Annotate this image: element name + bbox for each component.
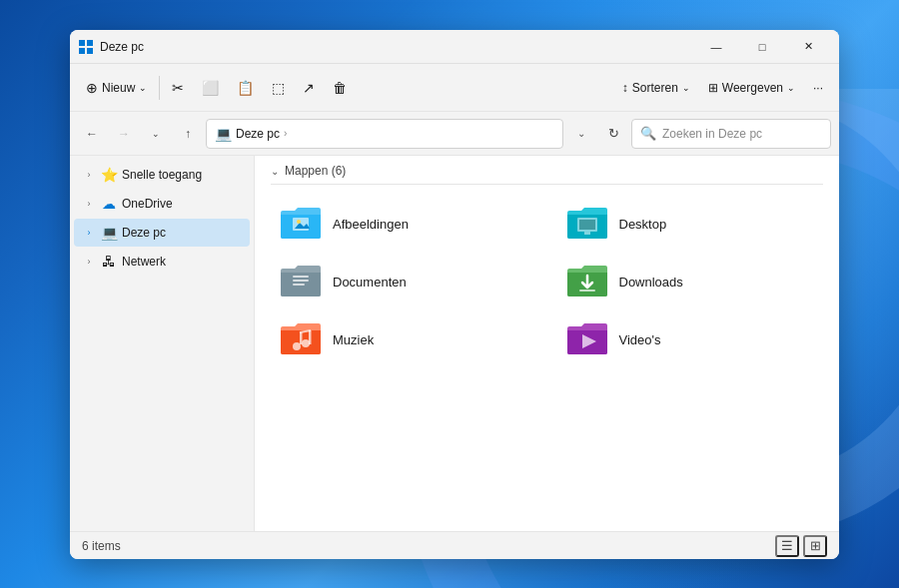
minimize-button[interactable]: — <box>693 30 739 64</box>
copy-icon: ⬜ <box>202 80 219 96</box>
folder-item-downloads[interactable]: Downloads <box>557 255 824 308</box>
svg-point-13 <box>293 342 301 350</box>
forward-button[interactable]: → <box>110 120 138 148</box>
paste-icon: 📋 <box>237 80 254 96</box>
svg-rect-15 <box>300 332 303 344</box>
cut-button[interactable]: ✂ <box>164 75 192 101</box>
folder-icon-muziek <box>279 320 323 358</box>
sidebar-label-onedrive: OneDrive <box>122 197 242 211</box>
svg-point-14 <box>302 339 310 347</box>
folder-item-documenten[interactable]: Documenten <box>271 255 537 308</box>
netwerk-icon: 🖧 <box>100 253 118 271</box>
folder-item-afbeeldingen[interactable]: Afbeeldingen <box>271 197 537 251</box>
delete-button[interactable]: 🗑 <box>325 75 355 101</box>
folder-label-documenten: Documenten <box>333 275 407 290</box>
svg-rect-16 <box>309 330 312 344</box>
more-button[interactable]: ··· <box>805 76 831 100</box>
view-button[interactable]: ⊞ Weergeven ⌄ <box>700 76 803 100</box>
copy-button[interactable]: ⬜ <box>194 75 227 101</box>
svg-rect-2 <box>79 48 85 54</box>
section-header: ⌄ Mappen (6) <box>271 164 823 185</box>
rename-icon: ⬚ <box>272 80 285 96</box>
path-root-label: Deze pc <box>236 127 280 141</box>
sidebar-label-netwerk: Netwerk <box>122 255 242 269</box>
share-button[interactable]: ↗ <box>295 75 323 101</box>
folder-icon-downloads <box>565 263 609 300</box>
svg-point-5 <box>297 220 301 224</box>
sidebar-label-deze-pc: Deze pc <box>122 226 242 240</box>
expand-icon-netwerk: › <box>82 255 96 269</box>
sidebar-item-netwerk[interactable]: › 🖧 Netwerk <box>74 248 250 276</box>
grid-view-button[interactable]: ⊞ <box>803 535 827 557</box>
window-controls: — □ ✕ <box>693 30 831 64</box>
sidebar-label-snelle-toegang: Snelle toegang <box>122 168 242 182</box>
cut-icon: ✂ <box>172 80 184 96</box>
toolbar-separator-1 <box>159 76 160 100</box>
svg-rect-12 <box>579 290 595 292</box>
title-bar: Deze pc — □ ✕ <box>70 30 839 64</box>
section-toggle-icon[interactable]: ⌄ <box>271 166 279 177</box>
folder-label-muziek: Muziek <box>333 332 374 347</box>
svg-rect-3 <box>87 48 93 54</box>
maximize-button[interactable]: □ <box>739 30 785 64</box>
folder-label-videos: Video's <box>619 332 661 347</box>
sort-label: Sorteren <box>632 81 678 95</box>
status-bar-right: ☰ ⊞ <box>775 535 827 557</box>
folder-item-muziek[interactable]: Muziek <box>271 312 537 366</box>
new-chevron-icon: ⌄ <box>139 83 147 93</box>
item-count-label: 6 items <box>82 539 121 553</box>
section-label: Mappen (6) <box>285 164 346 178</box>
svg-rect-10 <box>293 280 309 282</box>
onedrive-icon: ☁ <box>100 195 118 213</box>
sidebar-item-snelle-toegang[interactable]: › ⭐ Snelle toegang <box>74 161 250 189</box>
folder-item-videos[interactable]: Video's <box>557 312 824 366</box>
address-bar: ← → ⌄ ↑ 💻 Deze pc › ⌄ ↻ 🔍 Zoeken in Deze… <box>70 112 839 156</box>
address-path[interactable]: 💻 Deze pc › <box>206 119 563 149</box>
sidebar-item-onedrive[interactable]: › ☁ OneDrive <box>74 190 250 218</box>
rename-button[interactable]: ⬚ <box>264 75 293 101</box>
up-button[interactable]: ↑ <box>174 120 202 148</box>
sort-icon: ↕ <box>622 81 628 95</box>
snelle-toegang-icon: ⭐ <box>100 166 118 184</box>
path-chevron-icon: › <box>284 128 287 139</box>
folder-icon-videos <box>565 320 609 358</box>
explorer-window: Deze pc — □ ✕ ⊕ Nieuw ⌄ ✂ ⬜ 📋 ⬚ ↗ 🗑 <box>70 30 839 559</box>
back-button[interactable]: ← <box>78 120 106 148</box>
view-icon: ⊞ <box>708 81 718 95</box>
sidebar-item-deze-pc[interactable]: › 💻 Deze pc <box>74 219 250 247</box>
folder-label-downloads: Downloads <box>619 275 683 290</box>
folder-grid: Afbeeldingen Desktop <box>271 197 823 366</box>
svg-rect-0 <box>79 40 85 46</box>
status-bar: 6 items ☰ ⊞ <box>70 531 839 559</box>
list-view-button[interactable]: ☰ <box>775 535 799 557</box>
new-button[interactable]: ⊕ Nieuw ⌄ <box>78 75 155 101</box>
svg-rect-8 <box>584 232 590 235</box>
view-chevron-icon: ⌄ <box>787 83 795 93</box>
sort-chevron-icon: ⌄ <box>682 83 690 93</box>
search-box[interactable]: 🔍 Zoeken in Deze pc <box>631 119 831 149</box>
folder-icon-afbeeldingen <box>279 205 323 243</box>
search-placeholder: Zoeken in Deze pc <box>662 127 762 141</box>
deze-pc-icon: 💻 <box>100 224 118 242</box>
folder-icon-desktop <box>565 205 609 243</box>
folder-label-afbeeldingen: Afbeeldingen <box>333 217 409 232</box>
folder-item-desktop[interactable]: Desktop <box>557 197 824 251</box>
history-button[interactable]: ⌄ <box>142 120 170 148</box>
view-label: Weergeven <box>722 81 783 95</box>
expand-icon: › <box>82 168 96 182</box>
window-icon <box>78 39 94 55</box>
svg-rect-11 <box>293 284 305 286</box>
search-icon: 🔍 <box>640 126 656 141</box>
paste-button[interactable]: 📋 <box>229 75 262 101</box>
path-computer-icon: 💻 <box>215 126 232 142</box>
close-button[interactable]: ✕ <box>785 30 831 64</box>
new-label: Nieuw <box>102 81 135 95</box>
toolbar: ⊕ Nieuw ⌄ ✂ ⬜ 📋 ⬚ ↗ 🗑 ↕ Sorteren ⌄ ⊞ <box>70 64 839 112</box>
more-icon: ··· <box>813 81 823 95</box>
address-dropdown-button[interactable]: ⌄ <box>567 119 595 149</box>
sort-button[interactable]: ↕ Sorteren ⌄ <box>614 76 698 100</box>
expand-icon-deze-pc: › <box>82 226 96 240</box>
sidebar: › ⭐ Snelle toegang › ☁ OneDrive › 💻 Deze… <box>70 156 255 531</box>
svg-rect-1 <box>87 40 93 46</box>
refresh-button[interactable]: ↻ <box>599 120 627 148</box>
